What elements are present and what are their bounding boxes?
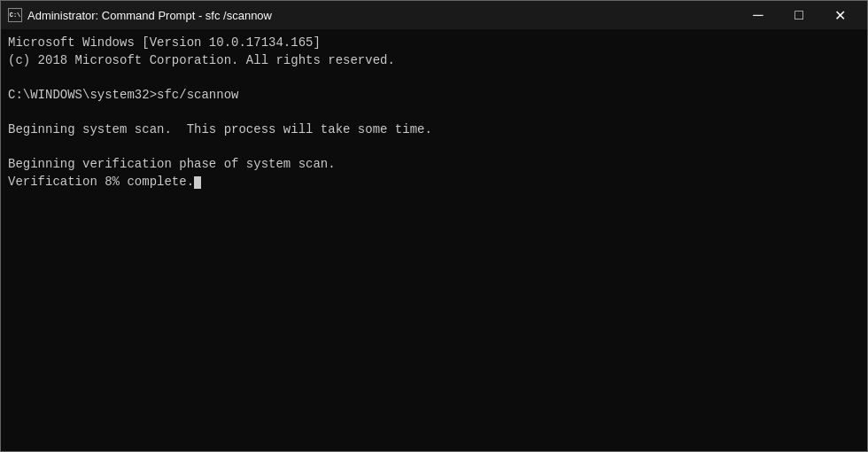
line-4: C:\WINDOWS\system32>sfc/scannow bbox=[8, 88, 238, 102]
window-title: Administrator: Command Prompt - sfc /sca… bbox=[27, 9, 272, 22]
line-2: (c) 2018 Microsoft Corporation. All righ… bbox=[8, 53, 395, 67]
terminal-body[interactable]: Microsoft Windows [Version 10.0.17134.16… bbox=[1, 29, 867, 451]
line-6: Beginning system scan. This process will… bbox=[8, 122, 432, 136]
title-bar-left: Administrator: Command Prompt - sfc /sca… bbox=[8, 8, 272, 22]
close-button[interactable]: ✕ bbox=[819, 1, 860, 29]
minimize-button[interactable]: ─ bbox=[738, 1, 779, 29]
command-prompt-window: Administrator: Command Prompt - sfc /sca… bbox=[0, 0, 868, 452]
maximize-button[interactable]: □ bbox=[779, 1, 819, 29]
cursor bbox=[194, 176, 201, 189]
line-1: Microsoft Windows [Version 10.0.17134.16… bbox=[8, 35, 321, 50]
title-bar: Administrator: Command Prompt - sfc /sca… bbox=[1, 1, 867, 29]
line-8: Beginning verification phase of system s… bbox=[8, 157, 336, 171]
line-9: Verification 8% complete. bbox=[8, 175, 201, 189]
cmd-icon bbox=[8, 8, 22, 22]
terminal-output: Microsoft Windows [Version 10.0.17134.16… bbox=[8, 35, 860, 191]
window-controls: ─ □ ✕ bbox=[738, 1, 860, 29]
